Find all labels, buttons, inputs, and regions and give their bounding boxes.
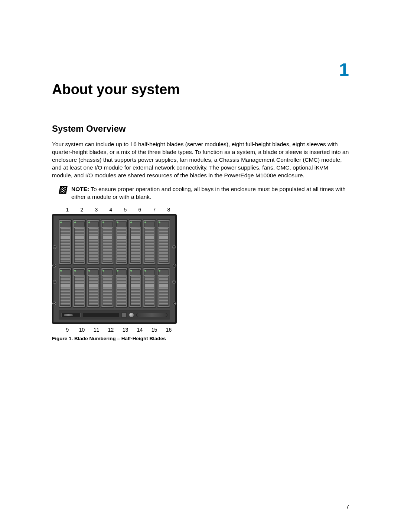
port-indicator-icon xyxy=(102,270,104,272)
latch-icon xyxy=(173,264,176,267)
figure-bottom-numbers: 9 10 11 12 13 14 15 16 xyxy=(60,327,349,333)
blade-slot xyxy=(59,219,72,265)
port-indicator-icon xyxy=(144,270,146,272)
port-indicator-icon xyxy=(117,221,118,223)
blade-slot xyxy=(101,219,114,265)
slot-number: 15 xyxy=(147,327,162,333)
blade-slot xyxy=(143,267,156,308)
port-indicator-icon xyxy=(159,270,160,272)
screw-icon xyxy=(53,280,56,284)
page-number: 7 xyxy=(346,503,349,510)
front-panel-trim xyxy=(136,313,167,317)
port-indicator-icon xyxy=(88,221,90,223)
slot-number: 2 xyxy=(75,207,89,213)
port-indicator-icon xyxy=(144,221,146,223)
note-block: NOTE: To ensure proper operation and coo… xyxy=(59,185,349,201)
overview-paragraph: Your system can include up to 16 half-he… xyxy=(52,141,349,180)
port-indicator-icon xyxy=(74,221,76,223)
front-panel-slot xyxy=(61,313,81,317)
front-panel-button-icon xyxy=(121,312,127,318)
blade-row-bottom xyxy=(59,267,170,308)
slot-number: 13 xyxy=(118,327,133,333)
blade-slot xyxy=(157,219,170,265)
slot-number: 14 xyxy=(133,327,147,333)
slot-number: 10 xyxy=(75,327,89,333)
latch-icon xyxy=(52,264,56,267)
document-page: 1 About your system System Overview Your… xyxy=(0,0,401,532)
note-body: To ensure proper operation and cooling, … xyxy=(71,186,346,200)
port-indicator-icon xyxy=(74,270,76,272)
blade-slot xyxy=(87,219,100,265)
slot-number: 9 xyxy=(60,327,75,333)
blade-slot xyxy=(157,267,170,308)
note-icon xyxy=(59,186,68,194)
screw-icon xyxy=(53,245,56,249)
note-label: NOTE: xyxy=(71,186,89,192)
note-text: NOTE: To ensure proper operation and coo… xyxy=(71,185,349,201)
slot-number: 5 xyxy=(118,207,133,213)
chapter-title: About your system xyxy=(52,82,349,98)
power-button-icon xyxy=(129,312,134,318)
slot-number: 6 xyxy=(133,207,147,213)
front-panel-slot xyxy=(83,313,119,317)
slot-number: 8 xyxy=(162,207,176,213)
screw-icon xyxy=(172,280,176,284)
screw-icon xyxy=(172,245,176,249)
port-indicator-icon xyxy=(130,221,132,223)
slot-number: 4 xyxy=(104,207,118,213)
slot-number: 12 xyxy=(104,327,118,333)
chassis-diagram xyxy=(52,214,177,324)
blade-slot xyxy=(115,219,128,265)
figure-caption: Figure 1. Blade Numbering – Half-Height … xyxy=(52,336,349,341)
slot-number: 1 xyxy=(60,207,75,213)
slot-number: 7 xyxy=(147,207,162,213)
latch-icon xyxy=(173,302,176,305)
port-indicator-icon xyxy=(159,221,160,223)
slot-number: 16 xyxy=(162,327,176,333)
blade-row-top xyxy=(59,219,170,265)
port-indicator-icon xyxy=(60,270,62,272)
blade-slot xyxy=(143,219,156,265)
port-indicator-icon xyxy=(130,270,132,272)
port-indicator-icon xyxy=(102,221,104,223)
blade-slot xyxy=(87,267,100,308)
blade-slot xyxy=(73,267,86,308)
figure-top-numbers: 1 2 3 4 5 6 7 8 xyxy=(60,207,349,213)
port-indicator-icon xyxy=(88,270,90,272)
figure: 1 2 3 4 5 6 7 8 xyxy=(52,207,349,341)
blade-slot xyxy=(129,267,142,308)
blade-slot xyxy=(101,267,114,308)
chassis-front-panel xyxy=(59,311,170,319)
port-indicator-icon xyxy=(60,221,62,223)
blade-slot xyxy=(73,219,86,265)
blade-slot xyxy=(115,267,128,308)
section-title: System Overview xyxy=(52,124,349,134)
slot-number: 11 xyxy=(89,327,104,333)
latch-icon xyxy=(52,302,56,305)
blade-slot xyxy=(129,219,142,265)
chapter-number: 1 xyxy=(339,59,349,80)
slot-number: 3 xyxy=(89,207,104,213)
port-indicator-icon xyxy=(117,270,118,272)
blade-slot xyxy=(59,267,72,308)
